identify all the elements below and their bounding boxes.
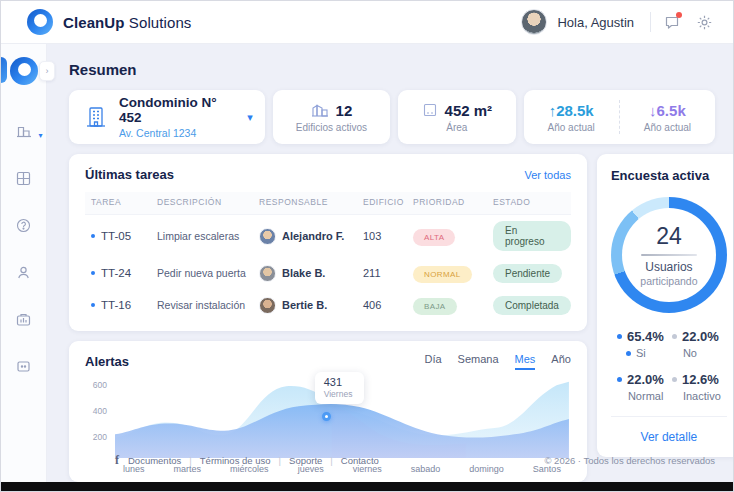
stats-row: Condominio N° 452 Av. Central 1234 ▾ 12 … — [69, 90, 715, 144]
tasks-table-header: TAREA DESCRIPCIÓN RESPONSABLE EDIFICIO P… — [85, 192, 571, 215]
task-building: 211 — [363, 267, 413, 279]
user-avatar[interactable] — [521, 9, 547, 35]
sidebar-item-grid[interactable] — [14, 168, 34, 188]
col-estado: ESTADO — [493, 197, 571, 207]
task-id: TT-05 — [101, 230, 131, 242]
condo-title: Condominio N° 452 — [119, 95, 237, 125]
stat-value-buildings: 12 — [336, 102, 353, 119]
trend-down-label: Año actual — [644, 122, 691, 133]
trend-up-value: ↑28.5k — [549, 102, 594, 119]
stat-card-area: 452 m² Área — [398, 90, 515, 144]
bullet-icon — [617, 377, 622, 382]
table-row[interactable]: TT-24 Pedir nueva puerta Blake B. 211 NO… — [85, 257, 571, 289]
notification-badge-dot — [676, 12, 682, 18]
main-content: Resumen Condominio N° 452 Av. Central 12… — [47, 43, 733, 482]
sidebar-item-portfolio[interactable] — [14, 309, 34, 329]
task-id: TT-16 — [101, 299, 131, 311]
survey-stat-no: 22.0% No — [672, 329, 727, 359]
col-tarea: TAREA — [91, 197, 157, 207]
facebook-icon[interactable]: f — [115, 453, 119, 468]
table-row[interactable]: TT-05 Limpiar escaleras Alejandro F. 103… — [85, 215, 571, 257]
ytick: 400 — [93, 406, 107, 416]
task-owner: Blake B. — [282, 267, 325, 279]
bullet-icon — [672, 334, 677, 339]
survey-donut-chart[interactable]: 24 Usuarios participando — [611, 197, 727, 313]
col-descripcion: DESCRIPCIÓN — [157, 197, 259, 207]
survey-count: 24 — [656, 223, 682, 250]
footer-link-documentos[interactable]: Documentos — [128, 455, 200, 466]
survey-center-label-1: Usuarios — [645, 260, 692, 274]
top-bar: CleanUp Solutions Hola, Agustin — [1, 1, 733, 43]
grid-icon — [15, 170, 32, 187]
priority-badge: ALTA — [413, 229, 455, 246]
page-title: Resumen — [69, 61, 733, 78]
chevron-down-icon[interactable]: ▾ — [247, 111, 253, 124]
row-bullet-icon — [91, 234, 95, 238]
owner-avatar — [259, 265, 276, 282]
chart-y-axis: 600 400 200 — [85, 378, 109, 460]
tasks-title: Últimas tareas — [85, 167, 174, 182]
trend-up-label: Año actual — [548, 122, 595, 133]
sidebar-nav: ▾ — [14, 121, 34, 376]
brand-name: CleanUp Solutions — [63, 14, 191, 31]
stat-label-buildings: Edificios activos — [296, 122, 367, 133]
sidebar-item-buildings[interactable]: ▾ — [14, 121, 34, 141]
tab-semana[interactable]: Semana — [458, 353, 499, 370]
col-responsable: RESPONSABLE — [259, 197, 363, 207]
tab-ano[interactable]: Año — [551, 353, 571, 370]
sidebar-item-users[interactable] — [14, 262, 34, 282]
task-desc: Revisar instalación — [157, 299, 259, 311]
survey-stat-normal: 22.0% Normal — [617, 372, 672, 402]
user-icon — [15, 264, 32, 281]
sidebar-item-messages[interactable] — [14, 356, 34, 376]
stat-card-buildings: 12 Edificios activos — [273, 90, 390, 144]
tooltip-label: Viernes — [324, 389, 353, 399]
condo-address-link[interactable]: Av. Central 1234 — [119, 127, 237, 139]
chart-point-marker[interactable] — [322, 412, 331, 421]
briefcase-chart-icon — [15, 311, 32, 328]
chevron-down-icon: ▾ — [38, 131, 42, 140]
status-badge: En progreso — [493, 221, 571, 251]
brand: CleanUp Solutions — [27, 9, 191, 35]
app-window: CleanUp Solutions Hola, Agustin — [0, 0, 734, 492]
tab-dia[interactable]: Día — [424, 353, 441, 370]
bullet-icon — [617, 334, 622, 339]
sidebar-logo-accent — [0, 57, 7, 83]
donut-divider — [641, 254, 697, 256]
survey-detail-link[interactable]: Ver detalle — [641, 430, 698, 444]
gear-icon — [696, 14, 713, 31]
footer-link-terminos[interactable]: Términos de uso — [200, 455, 289, 466]
stat-value-area: 452 m² — [445, 102, 493, 119]
status-badge: Completada — [493, 296, 571, 315]
notifications-button[interactable] — [661, 11, 683, 33]
chart-plot-area[interactable]: 431 Viernes — [115, 378, 569, 458]
tooltip-value: 431 — [324, 376, 353, 388]
sidebar-collapse-button[interactable]: › — [39, 61, 55, 81]
topbar-divider — [650, 12, 651, 32]
condo-selector-card[interactable]: Condominio N° 452 Av. Central 1234 ▾ — [69, 90, 265, 144]
sidebar-logo-icon[interactable] — [10, 57, 38, 85]
tasks-view-all-link[interactable]: Ver todas — [524, 169, 570, 181]
buildings-chart-icon — [15, 122, 33, 140]
tasks-card: Últimas tareas Ver todas TAREA DESCRIPCI… — [69, 154, 587, 331]
tab-mes[interactable]: Mes — [515, 353, 536, 370]
ytick: 200 — [93, 432, 107, 442]
footer-link-soporte[interactable]: Soporte — [289, 455, 341, 466]
help-circle-icon — [15, 217, 32, 234]
cleanup-logo-icon — [27, 9, 53, 35]
bottom-bar — [1, 482, 733, 491]
trend-down-block: ↓6.5k Año actual — [620, 102, 715, 133]
settings-button[interactable] — [693, 11, 715, 33]
footer: f Documentos Términos de uso Soporte Con… — [115, 453, 715, 468]
owner-avatar — [259, 297, 276, 314]
sidebar-item-help[interactable] — [14, 215, 34, 235]
user-greeting[interactable]: Hola, Agustin — [557, 15, 634, 30]
trend-down-value: ↓6.5k — [649, 102, 686, 119]
table-row[interactable]: TT-16 Revisar instalación Bertie B. 406 … — [85, 289, 571, 321]
footer-link-contacto[interactable]: Contacto — [341, 455, 379, 466]
bullet-icon — [626, 351, 631, 356]
brand-name-regular: Solutions — [129, 14, 192, 31]
area-icon — [422, 102, 438, 118]
row-bullet-icon — [91, 303, 95, 307]
task-owner: Bertie B. — [282, 299, 327, 311]
